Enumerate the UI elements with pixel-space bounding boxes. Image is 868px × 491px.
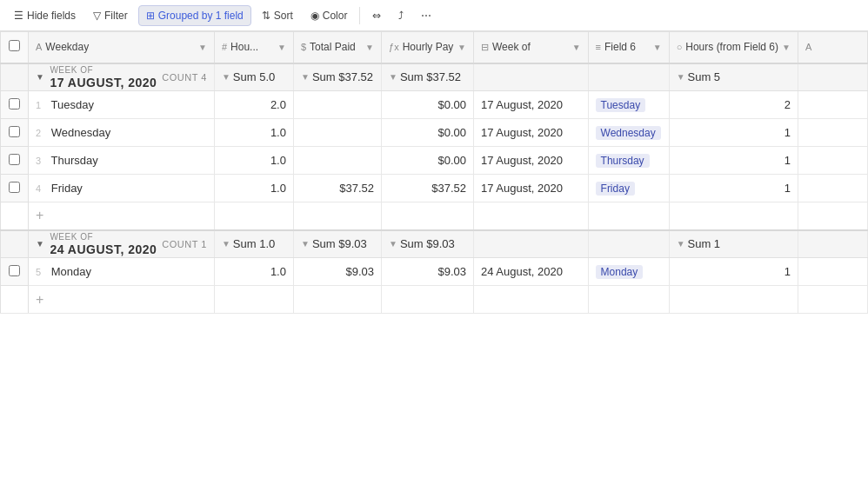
add-week-of-1 [474,286,589,314]
col-header-hours[interactable]: # Hou... ▼ [214,32,293,63]
row-check-0-3[interactable] [1,175,29,202]
cell-field6-0-2[interactable]: Thursday [588,147,669,175]
row-checkbox-0-1[interactable] [9,126,20,137]
resize-button[interactable]: ⇔ [365,6,388,25]
cell-week-of-0-1[interactable]: 17 August, 2020 [474,119,589,147]
cell-week-of-0-2[interactable]: 17 August, 2020 [474,147,589,175]
add-hours-field6-0 [669,202,798,230]
cell-total-paid-0-0[interactable] [293,91,381,119]
group-label-0[interactable]: ▼ WEEK OF 17 August, 2020 Count 4 [29,63,215,91]
add-row-0[interactable]: + [1,202,868,230]
cell-hours-0-2[interactable]: 1.0 [214,147,293,175]
cell-total-paid-0-2[interactable] [293,147,381,175]
add-field6-1 [588,286,669,314]
row-checkbox-0-0[interactable] [9,98,20,109]
select-all-checkbox[interactable] [9,40,20,51]
col-header-total-paid[interactable]: $ Total Paid ▼ [293,32,381,63]
cell-field6-0-1[interactable]: Wednesday [588,119,669,147]
cell-hourly-pay-0-1[interactable]: $0.00 [382,119,474,147]
cell-total-paid-0-3[interactable]: $37.52 [293,175,381,202]
cell-field6-0-3[interactable]: Friday [588,175,669,202]
cell-weekday-0-0[interactable]: 1 Tuesday [29,91,215,119]
grouped-by-button[interactable]: ⊞ Grouped by 1 field [138,5,251,26]
row-checkbox-0-2[interactable] [9,154,20,165]
cell-weekday-0-3[interactable]: 4 Friday [29,175,215,202]
add-check-0 [1,202,29,230]
group-field6-empty-1 [588,230,669,258]
row-check-0-1[interactable] [1,119,29,147]
cell-hourly-pay-0-0[interactable]: $0.00 [382,91,474,119]
group-header-0: ▼ WEEK OF 17 August, 2020 Count 4 ▼ Sum … [1,63,868,91]
cell-total-paid-0-1[interactable] [293,119,381,147]
cell-hours-from-field6-0-0[interactable]: 2 [669,91,798,119]
total-paid-sort-arrow: ▼ [365,43,374,52]
cell-hours-from-field6-0-1[interactable]: 1 [669,119,798,147]
col-header-extra[interactable]: A [798,32,868,63]
cell-weekday-0-1[interactable]: 2 Wednesday [29,119,215,147]
add-extra-1 [798,286,868,314]
group-collapse-arrow-1[interactable]: ▼ [36,239,44,249]
cell-extra-1-0 [798,258,868,286]
cell-hourly-pay-1-0[interactable]: $9.03 [382,258,474,286]
col-header-week-of[interactable]: ⊟ Week of ▼ [474,32,589,63]
cell-hours-0-1[interactable]: 1.0 [214,119,293,147]
col-hourly-pay-label: Hourly Pay [403,41,454,53]
hide-fields-button[interactable]: ☰ Hide fields [7,6,83,25]
row-check-0-2[interactable] [1,147,29,175]
group-collapse-arrow-0[interactable]: ▼ [36,72,44,82]
add-total-paid-1 [293,286,381,314]
filter-label: Filter [104,10,128,22]
cell-hourly-pay-0-3[interactable]: $37.52 [382,175,474,202]
share-button[interactable]: ⤴ [391,6,411,25]
cell-weekday-1-0[interactable]: 5 Monday [29,258,215,286]
toolbar: ☰ Hide fields ▽ Filter ⊞ Grouped by 1 fi… [0,0,868,31]
hours-from-field6-sort-arrow: ▼ [782,43,791,52]
col-header-weekday[interactable]: A Weekday ▼ [29,32,215,63]
col-header-field6[interactable]: ≡ Field 6 ▼ [588,32,669,63]
more-button[interactable]: ⋯ [414,6,438,25]
sort-button[interactable]: ⇅ Sort [255,6,300,25]
filter-button[interactable]: ▽ Filter [86,6,135,25]
row-checkbox-1-0[interactable] [9,265,20,276]
cell-week-of-0-0[interactable]: 17 August, 2020 [474,91,589,119]
cell-week-of-0-3[interactable]: 17 August, 2020 [474,175,589,202]
week-of-type-icon: ⊟ [481,42,489,53]
checkbox-header[interactable] [1,32,29,63]
cell-weekday-value-0-3: Friday [51,182,83,195]
cell-hours-0-3[interactable]: 1.0 [214,175,293,202]
col-total-paid-label: Total Paid [310,41,356,53]
cell-week-of-1-0[interactable]: 24 August, 2020 [474,258,589,286]
group-label-1[interactable]: ▼ WEEK OF 24 August, 2020 Count 1 [29,230,215,258]
hourly-pay-sort-arrow: ▼ [457,43,466,52]
add-row-1[interactable]: + [1,286,868,314]
cell-hours-0-0[interactable]: 2.0 [214,91,293,119]
cell-hourly-pay-0-2[interactable]: $0.00 [382,147,474,175]
table-row: 4 Friday 1.0 $37.52 $37.52 17 August, 20… [1,175,868,202]
add-row-btn-0[interactable]: + [29,202,215,230]
table-row: 5 Monday 1.0 $9.03 $9.03 24 August, 2020… [1,258,868,286]
cell-hours-from-field6-1-0[interactable]: 1 [669,258,798,286]
cell-hours-1-0[interactable]: 1.0 [214,258,293,286]
color-button[interactable]: ◉ Color [304,6,355,25]
cell-extra-0-3 [798,175,868,202]
row-check-1-0[interactable] [1,258,29,286]
week-of-label-1: WEEK OF [50,232,157,242]
cell-weekday-value-0-2: Thursday [51,154,98,167]
cell-field6-1-0[interactable]: Monday [588,258,669,286]
cell-total-paid-1-0[interactable]: $9.03 [293,258,381,286]
hours-from-field6-type-icon: ○ [677,42,683,52]
cell-hours-from-field6-0-3[interactable]: 1 [669,175,798,202]
row-checkbox-0-3[interactable] [9,182,20,193]
cell-weekday-0-2[interactable]: 3 Thursday [29,147,215,175]
col-header-hours-from-field6[interactable]: ○ Hours (from Field 6) ▼ [669,32,798,63]
col-hours-from-field6-label: Hours (from Field 6) [685,41,778,53]
col-header-hourly-pay[interactable]: ƒx Hourly Pay ▼ [382,32,474,63]
add-field6-0 [588,202,669,230]
filter-icon: ▽ [93,10,101,22]
row-check-0-0[interactable] [1,91,29,119]
row-num-0-0: 1 [36,100,41,110]
cell-field6-0-0[interactable]: Tuesday [588,91,669,119]
table-wrapper: A Weekday ▼ # Hou... ▼ $ Total Paid [0,31,868,491]
cell-hours-from-field6-0-2[interactable]: 1 [669,147,798,175]
add-row-btn-1[interactable]: + [29,286,215,314]
